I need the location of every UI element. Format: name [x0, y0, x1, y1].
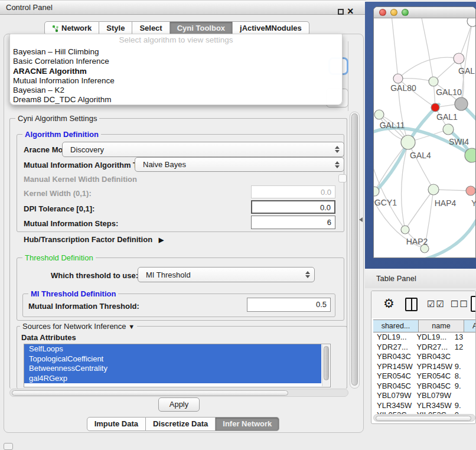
list-scrollbar[interactable] — [322, 345, 330, 386]
settings-vertical-scrollbar[interactable] — [350, 112, 360, 389]
data-attributes-list[interactable]: SelfLoopsTopologicalCoefficientBetweenne… — [24, 344, 331, 387]
apply-button[interactable]: Apply — [158, 397, 200, 412]
graph-edge[interactable] — [459, 21, 472, 58]
table-row[interactable]: YPR145WYPR145W9. — [373, 362, 476, 372]
table-row[interactable]: YBR043CYBR043C — [373, 352, 476, 362]
float-window-icon[interactable] — [338, 9, 344, 15]
graph-node[interactable] — [443, 124, 454, 135]
data-attributes-label: Data Attributes — [21, 333, 76, 342]
select-all-columns-icon[interactable]: ☑☑ — [427, 299, 445, 309]
close-traffic-light[interactable] — [379, 9, 386, 16]
graph-node[interactable] — [401, 226, 409, 234]
stepper-arrows-icon — [335, 161, 340, 168]
gear-icon[interactable]: ⚙ — [383, 296, 395, 311]
algorithm-menu-item[interactable]: Bayesian – K2 — [10, 86, 342, 95]
zoom-traffic-light[interactable] — [402, 9, 409, 16]
attribute-list-item[interactable]: gal4RGexp — [24, 374, 321, 384]
graph-node[interactable] — [466, 186, 475, 195]
table-panel-titlebar: Table Panel — [365, 269, 476, 288]
graph-node[interactable] — [401, 135, 415, 149]
aracne-mode-select[interactable]: Discovery — [62, 142, 344, 157]
attribute-list-item[interactable]: BetweennessCentrality — [24, 364, 321, 374]
algorithm-menu-item[interactable]: Bayesian – Hill Climbing — [10, 47, 342, 57]
graph-edge[interactable] — [398, 79, 433, 81]
graph-edge[interactable] — [461, 21, 472, 104]
node-label: GAL1 — [436, 112, 458, 122]
unselect-all-columns-icon[interactable]: ☐☐ — [451, 299, 469, 309]
manual-kernel-checkbox[interactable] — [338, 174, 347, 182]
mi-threshold-field[interactable]: 0.5 — [247, 298, 331, 312]
graph-node[interactable] — [455, 97, 468, 110]
splitter-collapse-icon[interactable] — [359, 217, 363, 222]
algorithm-menu-item[interactable]: Basic Correlation Inference — [10, 57, 342, 66]
kernel-width-field[interactable]: 0.0 — [251, 185, 335, 198]
table-cell: YDR27... — [373, 343, 413, 353]
mi-steps-field[interactable]: 6 — [251, 216, 335, 229]
column-header-2[interactable]: name — [419, 320, 464, 332]
tab-infer-network[interactable]: Infer Network — [216, 417, 279, 431]
algorithm-dropdown-menu: Select algorithm to view settings Bayesi… — [9, 34, 343, 105]
table-cell — [453, 352, 476, 362]
which-threshold-value: MI Threshold — [146, 270, 191, 279]
graph-edge[interactable] — [405, 190, 433, 230]
collapse-down-icon[interactable]: ▼ — [128, 323, 135, 330]
tab-impute-data[interactable]: Impute Data — [87, 417, 146, 431]
cyni-algorithm-settings-title: Cyni Algorithm Settings — [15, 114, 99, 123]
threshold-definition-title: Threshold Definition — [22, 253, 96, 262]
table-row[interactable]: YBR045CYBR045C9. — [373, 381, 476, 392]
table-cell: YBR043C — [413, 352, 452, 362]
export-table-icon[interactable] — [471, 296, 476, 312]
graph-node[interactable] — [465, 148, 476, 162]
graph-node[interactable] — [467, 18, 476, 27]
column-header-1[interactable]: shared... — [373, 320, 419, 332]
graph-edge[interactable] — [408, 142, 433, 190]
column-header-3[interactable]: A — [464, 320, 476, 332]
attribute-list-item[interactable]: SelfLoops — [24, 344, 321, 354]
table-row[interactable]: YDL19...YDL19...13 — [373, 332, 476, 343]
graph-node[interactable] — [393, 74, 403, 83]
table-cell: YDL19... — [373, 332, 413, 343]
graph-node[interactable] — [374, 110, 384, 119]
graph-node[interactable] — [428, 184, 439, 195]
graph-edge[interactable] — [421, 18, 433, 81]
tab-label: Style — [106, 22, 125, 35]
mi-type-select[interactable]: Naive Bayes — [135, 157, 344, 172]
table-cell: YBR043C — [373, 352, 413, 362]
dpi-tolerance-field[interactable]: 0.0 — [251, 200, 335, 214]
which-threshold-select[interactable]: MI Threshold — [138, 267, 315, 282]
minimize-traffic-light[interactable] — [390, 9, 397, 16]
graph-edge[interactable] — [398, 57, 459, 79]
graph-node[interactable] — [431, 103, 439, 112]
algorithm-menu-item[interactable]: ARACNE Algorithm — [10, 67, 342, 76]
table-cell: YBR045C — [373, 381, 413, 392]
graph-node[interactable] — [454, 53, 464, 64]
node-label: HAP4 — [435, 198, 457, 208]
algorithm-menu-item[interactable]: Dream8 DC_TDC Algorithm — [10, 95, 342, 105]
close-icon[interactable]: × — [347, 5, 354, 17]
sources-group-title[interactable]: Sources for Network Inference ▼ — [20, 322, 137, 331]
split-columns-icon[interactable] — [405, 298, 418, 311]
table-horizontal-scrollbar[interactable] — [373, 414, 475, 422]
settings-horizontal-scrollbar[interactable] — [9, 389, 348, 397]
table-row[interactable]: YER054CYER054C8. — [373, 371, 476, 381]
algorithm-menu-item[interactable]: Mutual Information Inference — [10, 76, 342, 86]
table-row[interactable]: YBL079WYBL079W — [373, 391, 476, 401]
hub-definition-expander[interactable]: Hub/Transcription Factor Definition ▶ — [24, 235, 164, 244]
node-label: GAL11 — [380, 120, 405, 130]
network-window-titlebar[interactable] — [374, 7, 475, 18]
network-graph-canvas[interactable]: GALGAL80GAL10GAL1GAL11SWI4GAL4GCY1HAP4YH… — [374, 18, 476, 258]
graph-edge[interactable] — [392, 18, 398, 79]
manual-kernel-label: Manual Kernel Width Definition — [24, 175, 137, 184]
node-label: HAP2 — [406, 237, 428, 246]
minimized-panel-icon[interactable] — [4, 443, 13, 450]
attribute-list-item[interactable]: TopologicalCoefficient — [24, 354, 321, 364]
tab-discretize-data[interactable]: Discretize Data — [146, 417, 216, 431]
graph-node[interactable] — [429, 77, 438, 86]
which-threshold-label: Which threshold to use: — [51, 271, 138, 280]
graph-edge[interactable] — [374, 160, 405, 230]
table-row[interactable]: YLR345WYLR345W9. — [373, 401, 476, 411]
table-row[interactable]: YDR27...YDR27...12 — [373, 343, 476, 353]
table-cell: 12 — [453, 343, 476, 353]
table-cell: 9. — [453, 362, 476, 372]
expander-right-icon[interactable]: ▶ — [159, 236, 164, 243]
